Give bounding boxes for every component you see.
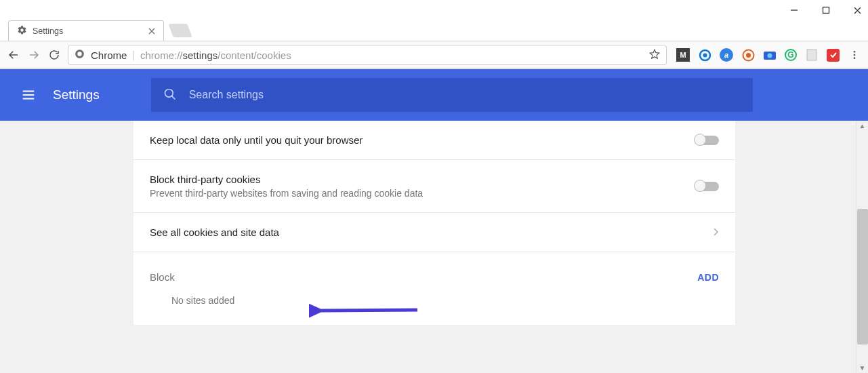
svg-point-15 bbox=[854, 51, 856, 53]
ext-camera-icon[interactable] bbox=[763, 48, 777, 62]
svg-point-11 bbox=[746, 53, 751, 58]
svg-point-18 bbox=[165, 89, 173, 97]
url-text: chrome://settings/content/cookies bbox=[140, 50, 643, 61]
vertical-scrollbar[interactable]: ▲ ▼ bbox=[856, 121, 868, 373]
row-desc: Prevent third-party websites from saving… bbox=[150, 188, 695, 199]
svg-point-13 bbox=[768, 54, 772, 58]
reload-button[interactable] bbox=[47, 48, 61, 62]
ext-red-icon[interactable] bbox=[827, 49, 840, 62]
content-area: Keep local data only until you quit your… bbox=[0, 121, 868, 373]
close-window-button[interactable] bbox=[852, 5, 863, 16]
block-empty-text: No sites added bbox=[133, 290, 735, 325]
scroll-down-icon[interactable]: ▼ bbox=[856, 364, 868, 372]
svg-line-19 bbox=[171, 96, 175, 99]
address-bar[interactable]: Chrome | chrome://settings/content/cooki… bbox=[68, 45, 667, 65]
scrollbar-thumb[interactable] bbox=[857, 209, 868, 345]
maximize-button[interactable] bbox=[821, 5, 831, 16]
search-icon bbox=[163, 87, 177, 103]
back-button[interactable] bbox=[7, 48, 20, 62]
menu-icon[interactable] bbox=[20, 87, 37, 103]
tab-settings[interactable]: Settings bbox=[8, 20, 164, 41]
add-button[interactable]: ADD bbox=[697, 272, 719, 283]
browser-toolbar: Chrome | chrome://settings/content/cooki… bbox=[0, 41, 868, 69]
svg-point-7 bbox=[77, 52, 81, 56]
ext-g-icon[interactable]: G bbox=[785, 49, 797, 61]
origin-label: Chrome bbox=[91, 50, 127, 61]
settings-header: Settings bbox=[0, 69, 868, 121]
tab-strip: Settings bbox=[0, 20, 868, 41]
row-title: See all cookies and site data bbox=[150, 227, 714, 238]
ext-a-icon[interactable]: a bbox=[720, 48, 733, 62]
site-info-icon[interactable] bbox=[74, 48, 85, 62]
row-block-3p-cookies: Block third-party cookies Prevent third-… bbox=[133, 160, 735, 213]
gear-icon bbox=[17, 25, 27, 37]
toggle-block-3p[interactable] bbox=[695, 182, 719, 191]
page-title: Settings bbox=[53, 87, 100, 102]
settings-panel: Keep local data only until you quit your… bbox=[133, 121, 735, 325]
extensions-area: M a G bbox=[674, 48, 861, 62]
browser-menu-button[interactable] bbox=[848, 48, 861, 62]
new-tab-button[interactable] bbox=[169, 24, 192, 37]
row-see-all-cookies[interactable]: See all cookies and site data bbox=[133, 213, 735, 252]
svg-point-16 bbox=[854, 54, 856, 56]
ext-doc-icon[interactable] bbox=[805, 48, 819, 62]
section-block: Block ADD bbox=[133, 252, 735, 290]
ext-circle-icon[interactable] bbox=[741, 48, 755, 62]
row-keep-local-data: Keep local data only until you quit your… bbox=[133, 121, 735, 160]
section-title: Block bbox=[150, 271, 175, 283]
window-titlebar bbox=[0, 0, 868, 20]
svg-rect-14 bbox=[807, 50, 817, 60]
svg-rect-1 bbox=[823, 7, 829, 14]
svg-point-17 bbox=[854, 57, 856, 59]
toggle-keep-local-data[interactable] bbox=[695, 136, 719, 145]
close-tab-icon[interactable] bbox=[148, 26, 155, 37]
search-settings-box[interactable] bbox=[151, 78, 753, 112]
row-title: Keep local data only until you quit your… bbox=[150, 134, 695, 146]
svg-point-9 bbox=[703, 53, 707, 57]
minimize-button[interactable] bbox=[789, 5, 799, 16]
tab-title: Settings bbox=[33, 26, 63, 36]
forward-button[interactable] bbox=[27, 48, 41, 62]
star-icon[interactable] bbox=[648, 48, 661, 62]
ext-m-icon[interactable]: M bbox=[676, 48, 690, 62]
scroll-up-icon[interactable]: ▲ bbox=[856, 122, 868, 130]
ext-q-icon[interactable] bbox=[698, 48, 711, 62]
chevron-right-icon bbox=[714, 227, 719, 238]
search-input[interactable] bbox=[189, 89, 741, 101]
row-title: Block third-party cookies bbox=[150, 174, 695, 185]
